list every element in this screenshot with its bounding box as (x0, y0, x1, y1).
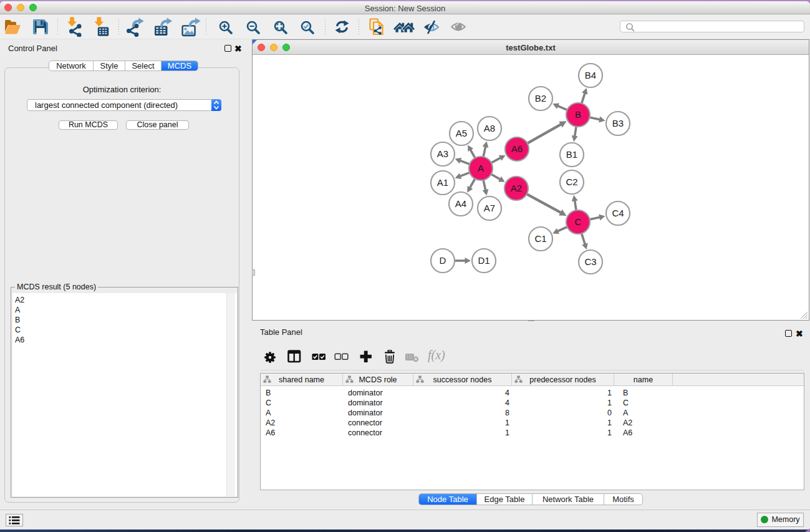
svg-text:A3: A3 (437, 148, 448, 159)
svg-text:D: D (440, 255, 446, 266)
svg-text:B4: B4 (585, 70, 596, 80)
svg-text:A5: A5 (456, 128, 467, 138)
svg-text:C4: C4 (612, 208, 624, 218)
svg-text:A7: A7 (484, 203, 495, 213)
svg-text:C1: C1 (534, 233, 546, 244)
svg-text:B3: B3 (612, 118, 624, 128)
svg-text:D1: D1 (478, 255, 489, 266)
svg-text:C: C (575, 216, 582, 227)
svg-text:A4: A4 (455, 198, 466, 209)
svg-text:B: B (575, 109, 581, 120)
svg-text:A: A (478, 163, 484, 173)
svg-text:C2: C2 (566, 177, 577, 187)
svg-text:A6: A6 (511, 143, 523, 154)
svg-text:C3: C3 (584, 256, 596, 267)
svg-text:B1: B1 (566, 149, 577, 160)
svg-text:A2: A2 (511, 183, 522, 193)
svg-text:A1: A1 (437, 177, 448, 188)
svg-text:A8: A8 (484, 123, 495, 133)
svg-text:B2: B2 (535, 93, 546, 104)
